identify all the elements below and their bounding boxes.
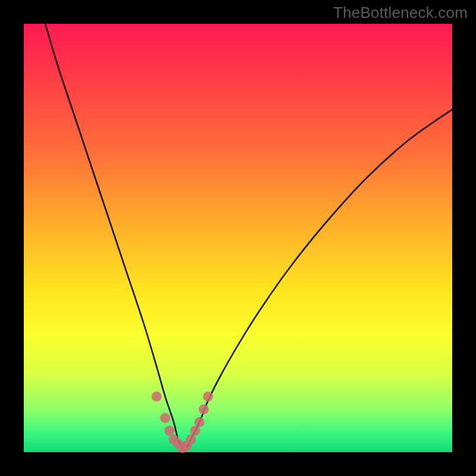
trough-highlight [152,392,213,453]
chart-frame: TheBottleneck.com [0,0,476,476]
watermark-text: TheBottleneck.com [333,4,468,22]
svg-point-8 [186,434,196,444]
svg-point-2 [160,413,170,423]
svg-point-12 [203,392,213,402]
curve-layer [24,24,452,452]
svg-point-11 [199,405,209,415]
svg-point-1 [152,392,162,402]
plot-area [24,24,452,452]
bottleneck-curve [45,24,452,449]
svg-point-10 [195,417,205,427]
svg-point-9 [190,426,201,436]
svg-point-3 [164,426,174,436]
